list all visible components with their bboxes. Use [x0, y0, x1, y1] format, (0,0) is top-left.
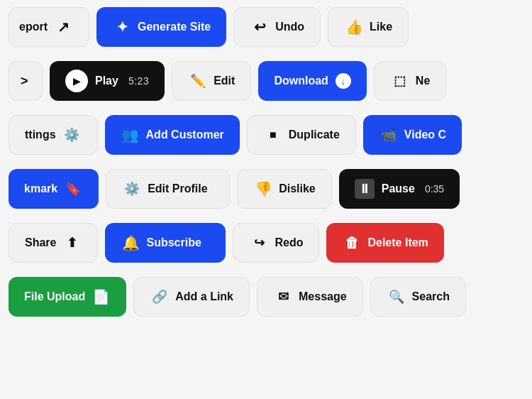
redo-button[interactable]: ↪ Redo: [233, 223, 319, 263]
edit-profile-button[interactable]: ⚙️ Edit Profile: [106, 169, 230, 209]
report-button[interactable]: eport ↗: [9, 7, 89, 47]
dislike-button[interactable]: 👎 Dislike: [237, 169, 332, 209]
settings-button[interactable]: ttings ⚙️: [9, 115, 98, 155]
search-label: Search: [412, 290, 450, 303]
row-2: > ▶ Play 5:23 ✏️ Edit Download ↓ ⬚ Ne: [0, 54, 532, 108]
redo-icon: ↪: [249, 233, 269, 253]
pencil-icon: ✏️: [188, 71, 208, 91]
new-button[interactable]: ⬚ Ne: [374, 61, 446, 101]
edit-button[interactable]: ✏️ Edit: [172, 61, 251, 101]
subscribe-button[interactable]: 🔔 Subscribe: [105, 223, 226, 263]
delete-item-button[interactable]: 🗑 Delete Item: [326, 223, 443, 263]
thumbs-down-icon: 👎: [253, 179, 273, 199]
pause-time: 0:35: [425, 183, 444, 195]
share-icon: ⬆: [62, 233, 82, 253]
users-icon: 👥: [121, 125, 140, 145]
edit-profile-label: Edit Profile: [148, 182, 207, 195]
sparkle-icon: ✦: [112, 17, 132, 37]
add-customer-label: Add Customer: [146, 129, 224, 141]
undo-label: Undo: [275, 21, 304, 33]
gear-icon: ⚙️: [122, 179, 142, 199]
file-upload-button[interactable]: File Upload 📄: [9, 277, 126, 317]
video-icon: 📹: [379, 125, 399, 145]
message-label: Message: [299, 290, 347, 303]
trash-icon: 🗑: [342, 233, 362, 253]
message-icon: ✉: [273, 287, 293, 307]
arrow-right-button[interactable]: >: [9, 61, 43, 101]
duplicate-label: Duplicate: [289, 129, 340, 141]
search-icon: 🔍: [387, 287, 406, 307]
bookmark-icon: 🔖: [63, 179, 83, 199]
play-time: 5:23: [128, 75, 149, 87]
add-link-button[interactable]: 🔗 Add a Link: [133, 277, 250, 317]
settings-label: ttings: [25, 129, 56, 141]
message-button[interactable]: ✉ Message: [257, 277, 363, 317]
row-4: kmark 🔖 ⚙️ Edit Profile 👎 Dislike ⏸ Paus…: [0, 162, 532, 216]
pause-button[interactable]: ⏸ Pause 0:35: [339, 169, 460, 209]
edit-label: Edit: [214, 75, 235, 87]
thumbs-up-icon: 👍: [344, 17, 364, 37]
play-circle-icon: ▶: [65, 70, 88, 92]
bookmark-label: kmark: [24, 182, 57, 195]
file-upload-icon: 📄: [91, 287, 111, 307]
download-button[interactable]: Download ↓: [258, 61, 366, 101]
arrow-right-icon: >: [21, 74, 28, 89]
delete-item-label: Delete Item: [367, 236, 428, 249]
row-5: Share ⬆ 🔔 Subscribe ↪ Redo 🗑 Delete Item: [0, 216, 532, 270]
file-upload-label: File Upload: [24, 290, 85, 303]
video-label: Video C: [404, 129, 446, 141]
new-label: Ne: [416, 75, 430, 87]
pause-label: Pause: [382, 182, 415, 195]
generate-site-button[interactable]: ✦ Generate Site: [96, 7, 226, 47]
download-label: Download: [274, 75, 328, 87]
duplicate-button[interactable]: ■ Duplicate: [247, 115, 356, 155]
bookmark-button[interactable]: kmark 🔖: [9, 169, 99, 209]
like-label: Like: [370, 21, 392, 33]
bell-icon: 🔔: [121, 233, 140, 253]
play-button[interactable]: ▶ Play 5:23: [50, 61, 165, 101]
add-link-label: Add a Link: [175, 290, 233, 303]
undo-button[interactable]: ↩ Undo: [233, 7, 321, 47]
like-button[interactable]: 👍 Like: [328, 7, 409, 47]
play-label: Play: [95, 75, 118, 87]
report-label: eport: [19, 21, 48, 33]
video-button[interactable]: 📹 Video C: [363, 115, 462, 155]
search-button[interactable]: 🔍 Search: [370, 277, 466, 317]
redo-label: Redo: [275, 236, 303, 249]
generate-site-label: Generate Site: [138, 21, 211, 33]
subscribe-label: Subscribe: [146, 236, 201, 249]
share-label: Share: [25, 236, 56, 249]
share-button[interactable]: Share ⬆: [9, 223, 98, 263]
link-icon: 🔗: [150, 287, 170, 307]
row-6: File Upload 📄 🔗 Add a Link ✉ Message 🔍 S…: [0, 270, 532, 324]
duplicate-icon: ■: [263, 125, 283, 145]
dislike-label: Dislike: [279, 182, 316, 195]
pause-icon: ⏸: [355, 179, 375, 199]
new-icon: ⬚: [390, 71, 410, 91]
download-badge-icon: ↓: [336, 73, 351, 89]
row-3: ttings ⚙️ 👥 Add Customer ■ Duplicate 📹 V…: [0, 108, 532, 162]
row-1: eport ↗ ✦ Generate Site ↩ Undo 👍 Like: [0, 0, 532, 54]
undo-icon: ↩: [250, 17, 270, 37]
sliders-icon: ⚙️: [62, 125, 82, 145]
report-icon: ↗: [53, 17, 73, 37]
add-customer-button[interactable]: 👥 Add Customer: [105, 115, 240, 155]
